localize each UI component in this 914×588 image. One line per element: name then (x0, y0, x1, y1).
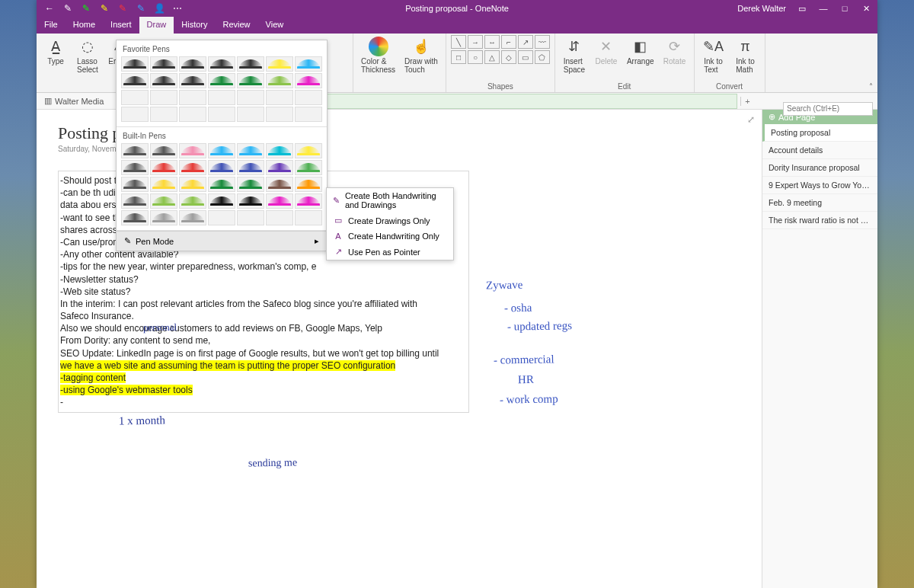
account-name[interactable]: Derek Walter (737, 4, 786, 13)
pen-swatch[interactable] (121, 90, 149, 105)
pen1-icon[interactable]: ✎ (62, 3, 73, 14)
pen-swatch[interactable] (179, 90, 206, 105)
qat-more-icon[interactable]: ⋯ (172, 3, 183, 14)
pen-swatch[interactable] (121, 193, 149, 209)
pen-swatch[interactable] (295, 177, 322, 192)
pen-swatch[interactable] (179, 160, 206, 175)
type-button[interactable]: A̲Type (41, 35, 70, 75)
pen-swatch[interactable] (150, 193, 177, 209)
pen-swatch[interactable] (208, 90, 235, 105)
pen-swatch[interactable] (295, 107, 322, 122)
ink-to-text-button[interactable]: ✎AInk to Text (699, 35, 728, 75)
pen-swatch[interactable] (266, 143, 293, 158)
page-list-item[interactable]: The risk rward ratio is not great. All t… (762, 212, 877, 229)
close-button[interactable]: ✕ (861, 4, 871, 14)
pen-swatch[interactable] (121, 160, 149, 175)
shapes-gallery[interactable]: ╲→↔⌐↗〰 □○△◇▭⬠ (451, 35, 550, 64)
pen-swatch[interactable] (179, 143, 206, 158)
pen-swatch[interactable] (121, 177, 149, 192)
pen-swatch[interactable] (121, 210, 149, 225)
pen-swatch[interactable] (295, 56, 322, 72)
rotate-button[interactable]: ⟳Rotate (660, 35, 689, 75)
ribbon-options-icon[interactable]: ▭ (797, 4, 807, 14)
pen-swatch[interactable] (208, 193, 235, 209)
pen-mode-option[interactable]: ACreate Handwriting Only (327, 228, 453, 244)
pen-swatch[interactable] (295, 210, 322, 225)
color-thickness-button[interactable]: Color & Thickness (358, 35, 398, 75)
user-icon[interactable]: 👤 (154, 3, 165, 14)
pen-swatch[interactable] (295, 160, 322, 175)
pen-swatch[interactable] (237, 160, 264, 175)
pen-swatch[interactable] (179, 210, 206, 225)
insert-space-button[interactable]: ⇵Insert Space (560, 35, 589, 75)
full-page-icon[interactable]: ⤢ (745, 114, 757, 126)
pen-mode-menu[interactable]: ✎Pen Mode ▸ (117, 231, 327, 251)
menu-insert[interactable]: Insert (103, 17, 139, 34)
menu-file[interactable]: File (37, 17, 66, 34)
pen-swatch[interactable] (295, 73, 322, 88)
menu-view[interactable]: View (258, 17, 292, 34)
arrange-button[interactable]: ◧Arrange (624, 35, 657, 75)
pen-swatch[interactable] (150, 177, 177, 192)
pen-swatch[interactable] (208, 210, 235, 225)
pen5-icon[interactable]: ✎ (136, 3, 146, 14)
notebook-dropdown[interactable]: ▥ Walter Media (40, 94, 108, 107)
ink-to-math-button[interactable]: πInk to Math (731, 35, 760, 75)
pen-swatch[interactable] (208, 160, 235, 175)
pen-swatch[interactable] (121, 143, 149, 158)
minimize-button[interactable]: — (818, 4, 829, 13)
pen-swatch[interactable] (179, 177, 206, 192)
pen-swatch[interactable] (237, 193, 264, 209)
menu-home[interactable]: Home (66, 17, 103, 34)
collapse-ribbon-icon[interactable]: ˄ (869, 82, 873, 91)
page-list-item[interactable]: Dority Insurance proposal (762, 159, 877, 177)
pen-swatch[interactable] (208, 56, 235, 72)
pen-swatch[interactable] (237, 56, 264, 72)
pen-swatch[interactable] (266, 193, 293, 209)
pen-swatch[interactable] (295, 90, 322, 105)
pen-swatch[interactable] (266, 210, 293, 225)
pen-swatch[interactable] (237, 177, 264, 192)
pen-swatch[interactable] (150, 73, 177, 88)
pen-swatch[interactable] (295, 193, 322, 209)
pen-swatch[interactable] (150, 90, 177, 105)
pen-swatch[interactable] (237, 73, 264, 88)
delete-button[interactable]: ✕Delete (592, 35, 621, 75)
page-list-item[interactable]: Account details (762, 142, 877, 159)
pen-swatch[interactable] (266, 160, 293, 175)
pen-swatch[interactable] (121, 107, 149, 122)
pen-mode-option[interactable]: ✎Create Both Handwriting and Drawings (327, 188, 453, 213)
pen-swatch[interactable] (208, 107, 235, 122)
pen-swatch[interactable] (150, 56, 177, 72)
pen-swatch[interactable] (150, 107, 177, 122)
page-list-item[interactable]: Feb. 9 meeting (762, 194, 877, 212)
add-section-button[interactable]: + (740, 97, 754, 106)
pen-swatch[interactable] (266, 90, 293, 105)
pen-swatch[interactable] (179, 73, 206, 88)
pen-swatch[interactable] (237, 107, 264, 122)
draw-with-touch-button[interactable]: ☝Draw with Touch (401, 35, 441, 75)
pen-swatch[interactable] (266, 107, 293, 122)
pen-mode-option[interactable]: ↗Use Pen as Pointer (327, 244, 453, 260)
pen-swatch[interactable] (237, 90, 264, 105)
page-list-item[interactable]: Posting proposal (762, 124, 877, 142)
back-icon[interactable]: ← (44, 3, 55, 14)
pen-swatch[interactable] (179, 193, 206, 209)
pen-swatch[interactable] (121, 73, 149, 88)
pen-swatch[interactable] (121, 56, 149, 72)
pen-swatch[interactable] (266, 56, 293, 72)
pen-mode-option[interactable]: ▭Create Drawings Only (327, 213, 453, 228)
maximize-button[interactable]: □ (839, 4, 850, 13)
pen-swatch[interactable] (208, 143, 235, 158)
search-input[interactable] (783, 102, 873, 116)
page-list-item[interactable]: 9 Expert Ways to Grow Your Email List (762, 177, 877, 194)
pen-swatch[interactable] (266, 177, 293, 192)
pen-swatch[interactable] (295, 143, 322, 158)
lasso-select-button[interactable]: ◌Lasso Select (73, 35, 102, 75)
menu-draw[interactable]: Draw (139, 17, 174, 34)
pen-swatch[interactable] (150, 143, 177, 158)
menu-review[interactable]: Review (216, 17, 258, 34)
pen-swatch[interactable] (179, 107, 206, 122)
pen-swatch[interactable] (208, 177, 235, 192)
pen-swatch[interactable] (266, 73, 293, 88)
